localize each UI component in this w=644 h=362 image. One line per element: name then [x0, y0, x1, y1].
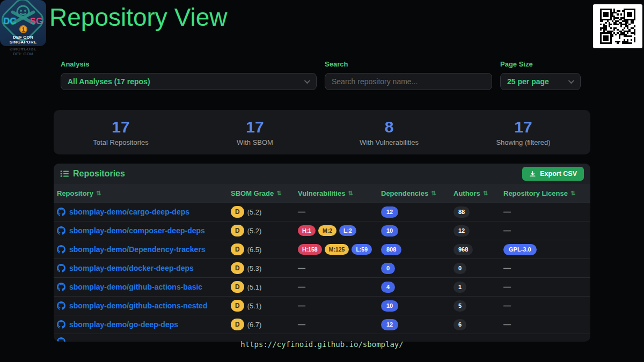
stat-value: 17: [188, 118, 322, 136]
search-input[interactable]: [332, 77, 485, 86]
repo-name: sbomplay-demo/composer-deep-deps: [69, 226, 205, 235]
license-cell: GPL-3.0: [503, 244, 585, 255]
stat-with-sbom: 17 With SBOM: [188, 118, 322, 146]
column-label: Repository License: [503, 189, 568, 197]
repo-link[interactable]: sbomplay-demo/github-actions-basic: [57, 283, 231, 291]
empty-value: —: [503, 320, 511, 329]
repositories-card: Repositories Export CSV Repository ⇅ SBO…: [54, 164, 590, 342]
column-header-dependencies[interactable]: Dependencies ⇅: [381, 189, 453, 197]
column-label: Dependencies: [381, 189, 428, 197]
github-icon: [57, 208, 65, 216]
empty-value: —: [503, 226, 511, 235]
license-cell: —: [503, 263, 585, 273]
logo-sg-text: SG: [30, 16, 43, 27]
page-size-select[interactable]: 25 per page: [500, 73, 581, 90]
analysis-filter-group: Analysis All Analyses (17 repos): [61, 60, 317, 90]
empty-value: —: [298, 283, 305, 291]
repo-link[interactable]: sbomplay-demo/github-actions-nested: [57, 301, 231, 310]
vulnerabilities-cell: —: [298, 301, 381, 310]
vulnerabilities-cell: H:158 M:125 L:59: [298, 244, 381, 255]
table-row: sbomplay-demo/docker-deep-deps D (5.3) —…: [54, 258, 590, 277]
dependencies-cell: 10: [381, 300, 453, 312]
stat-value: 17: [54, 118, 188, 136]
sbom-grade-cell: D (5.2): [231, 225, 298, 237]
page-size-selected-value: 25 per page: [507, 77, 549, 86]
page-title: Repository View: [49, 3, 228, 32]
empty-value: —: [298, 264, 305, 272]
low-vuln-badge: L:59: [352, 244, 372, 255]
sbom-grade-cell: D (5.1): [231, 281, 298, 293]
medium-vuln-badge: M:125: [325, 244, 349, 255]
authors-cell: 12: [453, 225, 503, 237]
empty-value: —: [503, 264, 511, 272]
license-cell: —: [503, 301, 585, 311]
empty-value: —: [298, 208, 305, 216]
column-header-authors[interactable]: Authors ⇅: [453, 189, 503, 197]
repo-link[interactable]: sbomplay-demo/composer-deep-deps: [57, 226, 231, 235]
authors-badge: 5: [453, 300, 466, 312]
github-icon: [57, 226, 65, 235]
repo-link[interactable]: sbomplay-demo/go-deep-deps: [57, 320, 231, 329]
dependencies-badge: 12: [381, 206, 398, 218]
repo-link[interactable]: sbomplay-demo/docker-deep-deps: [57, 264, 231, 272]
search-filter-group: Search: [325, 60, 492, 90]
grade-score: (5.2): [247, 227, 262, 235]
authors-badge: 6: [453, 319, 466, 330]
dependencies-cell: 12: [381, 319, 453, 330]
column-label: Authors: [453, 189, 480, 197]
grade-score: (5.1): [247, 283, 262, 291]
repo-name: sbomplay-demo/go-deep-deps: [69, 320, 178, 329]
column-header-sbom-grade[interactable]: SBOM Grade ⇅: [231, 189, 298, 197]
stat-label: Total Repositories: [54, 138, 188, 146]
repo-link[interactable]: sbomplay-demo/Dependency-trackers: [57, 245, 231, 254]
search-box[interactable]: [325, 73, 492, 90]
download-icon: [529, 171, 536, 178]
stat-label: With SBOM: [188, 138, 322, 146]
column-label: Vulnerabilities: [298, 189, 345, 197]
sort-icon: ⇅: [431, 190, 436, 197]
sort-icon: ⇅: [276, 190, 281, 197]
repo-name: sbomplay-demo/Dependency-trackers: [69, 245, 206, 254]
footer-url: https://cyfinoid.github.io/sbomplay/: [0, 340, 644, 349]
dependencies-badge: 808: [381, 244, 401, 255]
page-size-filter-group: Page Size 25 per page: [500, 60, 581, 90]
grade-badge: D: [231, 206, 244, 218]
license-badge: GPL-3.0: [503, 244, 537, 255]
empty-value: —: [503, 208, 511, 216]
analysis-select[interactable]: All Analyses (17 repos): [61, 73, 317, 90]
export-csv-button[interactable]: Export CSV: [522, 167, 584, 181]
sbom-grade-cell: D (5.1): [231, 300, 298, 312]
empty-value: —: [298, 320, 305, 329]
high-vuln-badge: H:158: [298, 244, 322, 255]
license-cell: —: [503, 226, 585, 235]
repositories-card-header: Repositories Export CSV: [54, 164, 590, 184]
table-header-row: Repository ⇅ SBOM Grade ⇅ Vulnerabilitie…: [54, 184, 590, 202]
column-header-vulnerabilities[interactable]: Vulnerabilities ⇅: [298, 189, 381, 197]
sbom-grade-cell: D (6.5): [231, 243, 298, 255]
repo-name: sbomplay-demo/cargo-deep-deps: [69, 208, 189, 216]
sort-icon: ⇅: [96, 190, 101, 197]
sbom-grade-cell: D (6.7): [231, 319, 298, 330]
dependencies-cell: 808: [381, 244, 453, 255]
grade-badge: D: [231, 319, 244, 330]
column-label: Repository: [57, 189, 93, 197]
repo-name: sbomplay-demo/github-actions-basic: [69, 283, 202, 291]
empty-value: —: [503, 283, 511, 291]
logo-number: 1: [19, 25, 27, 33]
column-header-repository-license[interactable]: Repository License ⇅: [503, 189, 585, 197]
sort-icon: ⇅: [570, 190, 575, 197]
vulnerabilities-cell: —: [298, 264, 381, 272]
vulnerabilities-cell: —: [298, 320, 381, 329]
github-icon: [57, 283, 65, 291]
chevron-down-icon: [568, 78, 574, 84]
stat-label: Showing (filtered): [456, 138, 590, 146]
column-header-repository[interactable]: Repository ⇅: [57, 189, 231, 197]
column-label: SBOM Grade: [231, 189, 274, 197]
skull-smiley-icon: [16, 4, 31, 19]
high-vuln-badge: H:1: [298, 225, 316, 237]
dependencies-cell: 0: [381, 263, 453, 274]
github-icon: [57, 320, 65, 329]
repo-link[interactable]: sbomplay-demo/cargo-deep-deps: [57, 208, 231, 216]
logo-reflection: DEF CON SINGAPORE: [0, 47, 46, 56]
stat-value: 8: [322, 118, 456, 136]
